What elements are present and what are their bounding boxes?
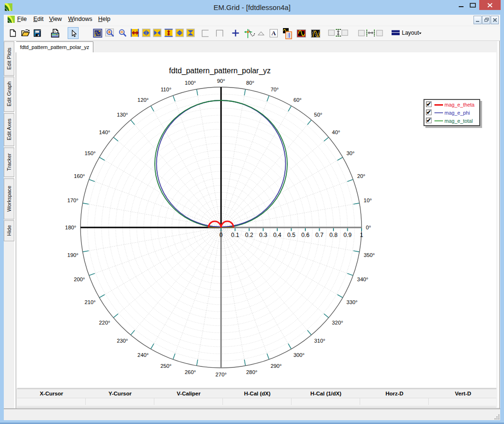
svg-text:120°: 120°: [138, 97, 149, 103]
svg-text:60°: 60°: [293, 97, 302, 103]
svg-text:110°: 110°: [161, 87, 171, 92]
svg-text:fdtd_pattern_pattern_polar_yz: fdtd_pattern_pattern_polar_yz: [169, 67, 271, 75]
svg-text:1: 1: [360, 232, 363, 238]
svg-text:0°: 0°: [366, 225, 371, 230]
svg-text:150°: 150°: [84, 150, 95, 156]
svg-text:200°: 200°: [74, 276, 85, 282]
svg-text:50°: 50°: [314, 112, 322, 118]
svg-text:40°: 40°: [332, 129, 340, 135]
svg-text:210°: 210°: [84, 299, 95, 305]
svg-text:190°: 190°: [67, 252, 78, 258]
svg-text:90°: 90°: [217, 78, 225, 84]
svg-text:0.7: 0.7: [315, 232, 323, 238]
svg-text:20°: 20°: [357, 173, 365, 179]
svg-text:130°: 130°: [117, 112, 128, 118]
svg-text:0.1: 0.1: [231, 232, 239, 238]
svg-text:0.3: 0.3: [259, 232, 267, 238]
svg-text:70°: 70°: [271, 87, 279, 92]
svg-text:0.6: 0.6: [301, 232, 309, 238]
svg-text:240°: 240°: [138, 352, 149, 358]
svg-text:100°: 100°: [185, 80, 196, 86]
svg-text:310°: 310°: [314, 338, 325, 344]
svg-text:0.2: 0.2: [245, 232, 253, 238]
svg-text:290°: 290°: [271, 363, 282, 369]
svg-text:270°: 270°: [215, 372, 226, 377]
svg-text:0.4: 0.4: [273, 232, 281, 238]
svg-text:280°: 280°: [246, 369, 257, 375]
svg-text:350°: 350°: [363, 252, 374, 258]
svg-text:140°: 140°: [99, 129, 110, 135]
svg-text:0: 0: [220, 232, 223, 238]
svg-text:80°: 80°: [246, 80, 254, 86]
svg-text:320°: 320°: [332, 320, 343, 325]
svg-text:0.5: 0.5: [287, 232, 295, 238]
svg-text:220°: 220°: [99, 320, 110, 325]
svg-text:180°: 180°: [65, 225, 76, 230]
svg-text:A: A: [272, 30, 276, 37]
svg-text:Layout: Layout: [402, 30, 420, 36]
svg-text:30°: 30°: [346, 150, 354, 156]
svg-text:260°: 260°: [185, 369, 196, 375]
svg-text:160°: 160°: [74, 173, 85, 179]
svg-text:330°: 330°: [346, 299, 357, 305]
svg-text:170°: 170°: [67, 197, 78, 203]
svg-text:340°: 340°: [357, 276, 368, 282]
svg-text:0.8: 0.8: [329, 232, 337, 238]
svg-text:0.9: 0.9: [343, 232, 352, 238]
svg-text:230°: 230°: [117, 338, 128, 344]
svg-text:250°: 250°: [161, 363, 171, 369]
svg-text:10°: 10°: [363, 197, 372, 203]
svg-text:300°: 300°: [293, 352, 304, 358]
